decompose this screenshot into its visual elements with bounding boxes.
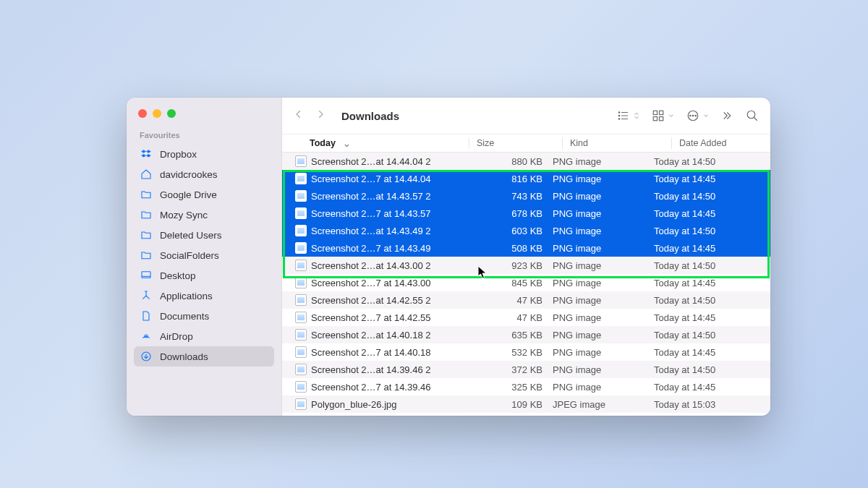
overflow-button[interactable] [721, 109, 734, 122]
sidebar-item-label: davidcrookes [160, 169, 218, 180]
file-row[interactable]: Screenshot 2…7 at 14.40.18 532 KB PNG im… [282, 343, 770, 361]
file-date: Today at 15:03 [654, 399, 770, 410]
file-kind: PNG image [553, 260, 654, 271]
desktop-icon [140, 269, 153, 282]
file-row[interactable]: Screenshot 2…at 14.43.00 2 923 KB PNG im… [282, 257, 770, 274]
file-icon [295, 242, 307, 254]
file-kind: PNG image [553, 295, 654, 306]
file-row[interactable]: Screenshot 2…at 14.43.57 2 743 KB PNG im… [282, 187, 770, 205]
file-size: 508 KB [467, 243, 553, 254]
file-icon [295, 312, 307, 323]
sidebar-item-applications[interactable]: Applications [134, 286, 274, 306]
forward-button[interactable] [315, 109, 326, 122]
sidebar-item-airdrop[interactable]: AirDrop [134, 326, 274, 346]
folder-icon [140, 228, 153, 241]
file-name: Screenshot 2…7 at 14.43.00 [311, 278, 467, 288]
file-date: Today at 14:45 [654, 278, 770, 288]
sidebar-item-downloads[interactable]: Downloads [134, 346, 274, 367]
file-date: Today at 14:50 [654, 156, 770, 167]
sidebar-item-label: Desktop [160, 270, 196, 281]
file-size: 678 KB [467, 208, 553, 219]
file-size: 109 KB [467, 399, 553, 410]
column-name[interactable]: Today ⌄ [282, 138, 469, 149]
file-size: 47 KB [467, 295, 553, 306]
sidebar-item-deleted-users[interactable]: Deleted Users [134, 225, 274, 245]
file-size: 372 KB [467, 364, 553, 375]
sidebar-item-davidcrookes[interactable]: davidcrookes [134, 164, 274, 184]
file-name: Screenshot 2…at 14.40.18 2 [311, 330, 467, 341]
sidebar-item-google-drive[interactable]: Google Drive [134, 184, 274, 205]
file-date: Today at 14:45 [654, 208, 770, 219]
file-row[interactable]: Screenshot 2…7 at 14.43.57 678 KB PNG im… [282, 205, 770, 222]
file-row[interactable]: Screenshot 2…at 14.40.18 2 635 KB PNG im… [282, 326, 770, 343]
svg-point-17 [695, 115, 697, 116]
close-button[interactable] [138, 109, 147, 118]
file-name: Screenshot 2…7 at 14.43.49 [311, 243, 467, 254]
file-row[interactable]: Screenshot 2…7 at 14.43.49 508 KB PNG im… [282, 239, 770, 257]
file-name: Screenshot 2…at 14.44.04 2 [311, 156, 467, 167]
file-date: Today at 14:45 [654, 382, 770, 393]
file-kind: PNG image [553, 226, 654, 236]
file-size: 816 KB [467, 174, 553, 184]
view-list-button[interactable] [617, 109, 640, 122]
file-row[interactable]: Screenshot 2…7 at 14.43.00 845 KB PNG im… [282, 274, 770, 291]
svg-point-16 [692, 115, 694, 116]
file-date: Today at 14:50 [654, 260, 770, 271]
file-name: Screenshot 2…at 14.39.46 2 [311, 364, 467, 375]
file-icon [295, 381, 307, 393]
file-icon [295, 190, 307, 202]
column-kind[interactable]: Kind [570, 138, 671, 148]
back-button[interactable] [294, 109, 304, 122]
svg-point-7 [618, 112, 620, 114]
file-icon [295, 173, 307, 184]
svg-point-18 [747, 111, 755, 119]
file-icon [295, 398, 307, 410]
sidebar-item-socialfolders[interactable]: SocialFolders [134, 245, 274, 265]
sidebar-item-label: SocialFolders [160, 250, 219, 261]
sidebar: Favourites DropboxdavidcrookesGoogle Dri… [127, 98, 282, 416]
file-row[interactable]: Screenshot 2…7 at 14.39.46 325 KB PNG im… [282, 378, 770, 395]
file-row[interactable]: Screenshot 2…7 at 14.42.55 47 KB PNG ima… [282, 309, 770, 326]
mouse-cursor [477, 265, 489, 280]
airdrop-icon [140, 330, 153, 343]
file-icon [295, 346, 307, 358]
svg-point-15 [690, 115, 692, 116]
svg-rect-13 [660, 117, 663, 121]
file-icon [295, 277, 307, 288]
group-button[interactable] [652, 109, 675, 122]
maximize-button[interactable] [167, 109, 176, 118]
window-title: Downloads [341, 110, 399, 122]
sidebar-item-documents[interactable]: Documents [134, 306, 274, 326]
file-kind: PNG image [553, 208, 654, 219]
file-name: Screenshot 2…7 at 14.44.04 [311, 174, 467, 184]
action-menu-button[interactable] [686, 109, 710, 122]
minimize-button[interactable] [153, 109, 161, 118]
file-list: Screenshot 2…at 14.44.04 2 880 KB PNG im… [282, 153, 770, 413]
file-row[interactable]: Screenshot 2…at 14.42.55 2 47 KB PNG ima… [282, 291, 770, 309]
file-row[interactable]: Screenshot 2…at 14.44.04 2 880 KB PNG im… [282, 153, 770, 170]
file-date: Today at 14:45 [654, 174, 770, 184]
sidebar-item-dropbox[interactable]: Dropbox [134, 144, 274, 164]
chevron-down-icon [702, 109, 710, 122]
file-icon [295, 225, 307, 236]
column-date[interactable]: Date Added [679, 138, 770, 148]
file-kind: JPEG image [553, 399, 654, 410]
file-row[interactable]: Screenshot 2…7 at 14.44.04 816 KB PNG im… [282, 170, 770, 187]
column-size[interactable]: Size [477, 138, 562, 148]
file-row[interactable]: Screenshot 2…at 14.39.46 2 372 KB PNG im… [282, 361, 770, 378]
file-name: Screenshot 2…at 14.42.55 2 [311, 295, 467, 306]
sidebar-item-mozy-sync[interactable]: Mozy Sync [134, 205, 274, 225]
sidebar-item-label: Deleted Users [160, 230, 222, 241]
svg-point-8 [618, 115, 620, 116]
file-row[interactable]: Screenshot 2…at 14.43.49 2 603 KB PNG im… [282, 222, 770, 239]
sidebar-item-desktop[interactable]: Desktop [134, 265, 274, 286]
svg-rect-10 [653, 111, 657, 114]
svg-rect-11 [660, 111, 663, 114]
download-icon [140, 350, 153, 363]
finder-window: Favourites DropboxdavidcrookesGoogle Dri… [127, 98, 770, 416]
search-button[interactable] [746, 109, 759, 122]
file-row[interactable]: Polygon_blue-26.jpg 109 KB JPEG image To… [282, 395, 770, 413]
file-date: Today at 14:50 [654, 295, 770, 306]
home-icon [140, 168, 153, 181]
svg-point-9 [618, 119, 620, 120]
